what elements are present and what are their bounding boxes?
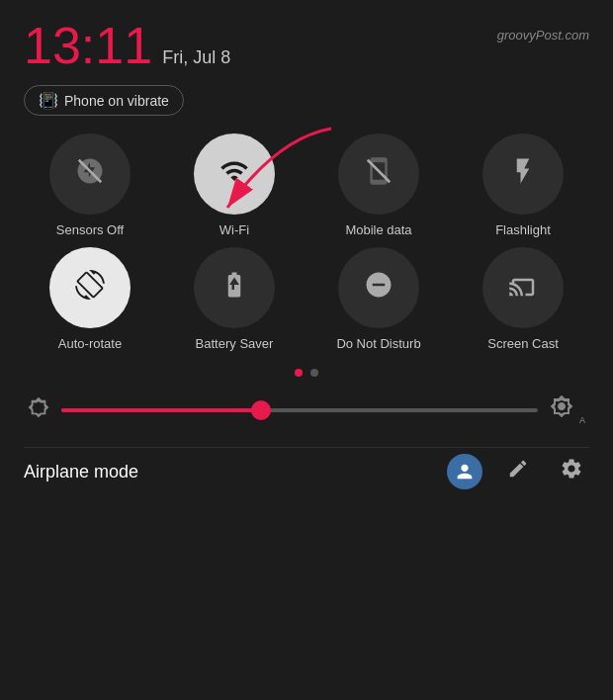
bottom-icons — [447, 454, 589, 489]
tile-label-wifi: Wi-Fi — [219, 222, 249, 237]
settings-icon — [560, 457, 583, 486]
clock: 13:11 — [24, 20, 152, 71]
tile-circle-battery-saver — [194, 247, 275, 328]
bottom-row: Airplane mode — [24, 447, 589, 495]
screen-cast-icon — [508, 270, 538, 306]
vibrate-pill[interactable]: 📳 Phone on vibrate — [24, 85, 184, 116]
tile-label-sensors-off: Sensors Off — [56, 222, 124, 237]
tile-circle-flashlight — [482, 133, 564, 215]
auto-rotate-icon — [75, 270, 105, 306]
dnd-icon — [364, 270, 394, 306]
quick-settings-panel: 13:11 Fri, Jul 8 groovyPost.com 📳 Phone … — [0, 0, 613, 700]
pagination-dots — [24, 369, 589, 377]
brightness-slider-fill — [61, 408, 261, 412]
edit-button[interactable] — [500, 454, 536, 489]
avatar-button[interactable] — [447, 454, 482, 489]
battery-saver-icon — [219, 270, 249, 306]
tile-label-dnd: Do Not Disturb — [336, 336, 420, 351]
tile-battery-saver[interactable]: Battery Saver — [168, 247, 301, 351]
tile-screen-cast[interactable]: Screen Cast — [457, 247, 589, 351]
edit-icon — [507, 458, 529, 485]
vibrate-label: Phone on vibrate — [64, 93, 169, 109]
tile-mobile-data[interactable]: Mobile data — [312, 133, 445, 237]
user-avatar — [447, 454, 482, 489]
tile-circle-mobile-data — [338, 133, 419, 215]
tile-wifi[interactable]: Wi-Fi — [168, 133, 301, 237]
airplane-mode-label: Airplane mode — [24, 462, 138, 482]
header: 13:11 Fri, Jul 8 groovyPost.com — [24, 20, 589, 71]
sensors-off-icon — [75, 156, 105, 193]
tile-circle-auto-rotate — [49, 247, 131, 328]
brightness-slider-track[interactable] — [61, 408, 538, 412]
tile-flashlight[interactable]: Flashlight — [457, 133, 589, 237]
tile-label-auto-rotate: Auto-rotate — [58, 336, 122, 351]
tile-sensors-off[interactable]: Sensors Off — [24, 133, 156, 237]
brightness-slider-thumb — [251, 400, 271, 420]
tile-label-battery-saver: Battery Saver — [196, 336, 274, 351]
brightness-low-icon — [28, 396, 49, 423]
wifi-icon — [219, 156, 249, 193]
brightness-high-icon: A — [550, 394, 585, 425]
quick-tiles-grid: Sensors Off Wi-Fi Mobile data — [24, 133, 589, 351]
tile-circle-screen-cast — [482, 247, 564, 328]
flashlight-icon — [508, 156, 538, 193]
settings-button[interactable] — [554, 454, 589, 489]
dot-1 — [295, 369, 303, 377]
tile-circle-wifi — [194, 133, 275, 215]
vibrate-icon: 📳 — [39, 91, 58, 110]
tile-label-mobile-data: Mobile data — [345, 222, 411, 237]
time-block: 13:11 Fri, Jul 8 — [24, 20, 230, 71]
tile-auto-rotate[interactable]: Auto-rotate — [24, 247, 156, 351]
dot-2 — [310, 369, 318, 377]
tile-circle-sensors-off — [49, 133, 131, 215]
tile-do-not-disturb[interactable]: Do Not Disturb — [312, 247, 445, 351]
tile-label-flashlight: Flashlight — [495, 222, 551, 237]
date: Fri, Jul 8 — [162, 47, 230, 68]
watermark: groovyPost.com — [497, 28, 589, 43]
brightness-row: A — [24, 394, 589, 425]
tile-circle-dnd — [338, 247, 419, 328]
tile-label-screen-cast: Screen Cast — [487, 336, 559, 351]
mobile-data-icon — [364, 156, 394, 193]
